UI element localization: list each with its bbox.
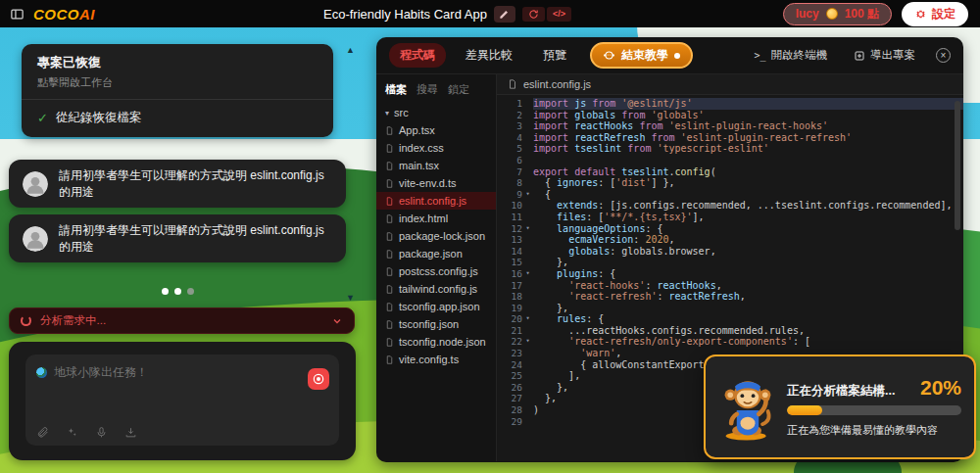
export-project-label: 導出專案 (870, 48, 915, 63)
export-icon (854, 50, 865, 62)
file-item[interactable]: package-lock.json (376, 227, 496, 245)
restore-files-action[interactable]: ✓ 從紀錄恢復檔案 (37, 108, 318, 128)
explorer-tab-lock[interactable]: 鎖定 (448, 82, 469, 97)
carousel-dot[interactable] (162, 288, 169, 295)
import-button[interactable] (124, 426, 137, 439)
monkey-mascot (718, 369, 777, 445)
globe-icon (36, 367, 47, 378)
sparkles-icon (66, 426, 78, 439)
file-item[interactable]: vite.config.ts (376, 351, 496, 368)
file-icon (385, 284, 394, 295)
sidebar-toggle-icon[interactable] (10, 7, 24, 22)
spinner-icon (21, 315, 31, 326)
file-name: index.html (399, 213, 448, 224)
tab-code[interactable]: 程式碼 (389, 43, 446, 68)
code-icon: </> (553, 9, 565, 19)
open-file-tab[interactable]: eslint.config.js (497, 74, 963, 95)
file-item[interactable]: postcss.config.js (376, 262, 496, 280)
code-line: 4import reactRefresh from 'eslint-plugin… (497, 132, 963, 144)
chevron-down-icon[interactable] (331, 315, 343, 327)
carousel-dots[interactable] (0, 288, 355, 295)
user-badge[interactable]: lucy 100 點 (783, 3, 892, 25)
editor-tab-bar: 程式碼 差異比較 預覽 結束教學 >_ 開啟終端機 導出專案 × (376, 37, 963, 74)
voice-button[interactable] (95, 426, 108, 439)
carousel-dot[interactable] (187, 288, 194, 295)
file-name: main.tsx (399, 160, 439, 171)
open-terminal-button[interactable]: >_ 開啟終端機 (748, 47, 833, 64)
explorer-tab-search[interactable]: 搜尋 (416, 82, 438, 97)
settings-button[interactable]: 設定 (902, 2, 968, 26)
download-tray-icon (124, 426, 137, 439)
file-item[interactable]: App.tsx (376, 121, 496, 139)
progress-percent: 20% (920, 376, 961, 400)
file-name: App.tsx (399, 124, 435, 136)
progress-bar-fill (787, 405, 822, 415)
settings-label: 設定 (932, 6, 956, 23)
chat-input-card: 地球小隊出任務！ (9, 342, 356, 460)
file-explorer: 檔案 搜尋 鎖定 ▾srcApp.tsxindex.cssmain.tsxvit… (376, 74, 497, 461)
restore-files-label: 從紀錄恢復檔案 (56, 110, 142, 126)
scroll-down-icon[interactable]: ▼ (346, 294, 355, 303)
terminal-icon: >_ (754, 50, 765, 61)
code-line: 7export default tseslint.config( (497, 166, 963, 178)
end-teaching-button[interactable]: 結束教學 (590, 42, 693, 69)
file-item[interactable]: tsconfig.node.json (376, 333, 496, 351)
editor-scrollbar[interactable] (955, 101, 960, 230)
scroll-up-icon[interactable]: ▲ (346, 46, 355, 55)
file-item[interactable]: tsconfig.app.json (376, 298, 496, 315)
file-icon (385, 337, 394, 348)
export-project-button[interactable]: 導出專案 (848, 47, 921, 64)
file-icon (385, 302, 394, 312)
file-item[interactable]: package.json (376, 245, 496, 262)
code-line: 1import js from '@eslint/js' (497, 98, 963, 110)
user-name: lucy (796, 7, 819, 21)
status-dot (674, 53, 680, 59)
user-avatar (23, 171, 48, 197)
code-line: 9▾ { (497, 189, 963, 201)
restore-button[interactable] (522, 7, 545, 22)
progress-status: 正在分析檔案結構... (787, 383, 895, 400)
carousel-dot[interactable] (174, 288, 181, 295)
file-item[interactable]: main.tsx (376, 157, 496, 174)
stop-button[interactable] (308, 368, 329, 390)
file-name: package-lock.json (399, 230, 485, 242)
file-name: tailwind.config.js (399, 283, 477, 295)
magic-button[interactable] (66, 426, 78, 439)
file-icon (385, 249, 394, 260)
chat-message: 請用初學者學生可以理解的方式說明 eslint.config.js 的用途 (9, 160, 346, 208)
file-icon (385, 213, 394, 224)
tab-preview[interactable]: 預覽 (532, 43, 577, 68)
file-item[interactable]: tailwind.config.js (376, 280, 496, 298)
points-value: 100 點 (845, 6, 879, 23)
monkey-icon (603, 49, 615, 62)
analysis-status-bar[interactable]: 分析需求中... (9, 307, 355, 334)
code-line: 5import tseslint from 'typescript-eslint… (497, 143, 963, 155)
record-circle-icon (312, 372, 325, 386)
file-icon (385, 143, 394, 154)
folder-item-src[interactable]: ▾src (376, 104, 496, 121)
file-item[interactable]: eslint.config.js (376, 192, 496, 210)
code-line: 11 files: ['**/*.{ts,tsx}'], (497, 212, 963, 223)
edit-title-button[interactable] (494, 6, 515, 23)
chat-message-text: 請用初學者學生可以理解的方式說明 eslint.config.js 的用途 (59, 222, 332, 256)
file-icon (385, 319, 394, 330)
explorer-tab-files[interactable]: 檔案 (385, 82, 407, 97)
restore-icon (528, 9, 539, 20)
open-terminal-label: 開啟終端機 (771, 48, 828, 63)
close-icon[interactable]: × (936, 48, 951, 63)
code-mode-button[interactable]: </> (547, 7, 571, 22)
code-line: 2import globals from 'globals' (497, 110, 963, 121)
file-item[interactable]: index.css (376, 139, 496, 157)
restore-notice-card[interactable]: 專案已恢復 點擊開啟工作台 ✓ 從紀錄恢復檔案 (22, 44, 333, 137)
file-item[interactable]: index.html (376, 210, 496, 227)
tab-diff[interactable]: 差異比較 (455, 43, 523, 68)
code-line: 3import reactHooks from 'eslint-plugin-r… (497, 120, 963, 132)
file-name: eslint.config.js (399, 195, 466, 207)
chat-input[interactable]: 地球小隊出任務！ (25, 355, 339, 446)
gear-icon (914, 8, 927, 21)
analysis-status-text: 分析需求中... (40, 313, 322, 328)
file-item[interactable]: vite-env.d.ts (376, 174, 496, 192)
file-item[interactable]: tsconfig.json (376, 315, 496, 333)
attachment-button[interactable] (36, 426, 49, 439)
divider (22, 99, 333, 100)
